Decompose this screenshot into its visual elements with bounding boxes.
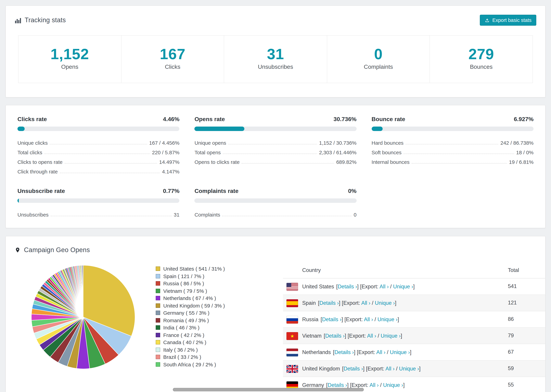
progress-track bbox=[195, 198, 357, 203]
details-link[interactable]: Details › bbox=[344, 365, 363, 371]
legend-swatch bbox=[156, 325, 160, 330]
rate-value: 6.927% bbox=[514, 116, 534, 123]
rate-value: 4.46% bbox=[163, 116, 179, 123]
legend-item-italy: Italy ( 36 / 2% ) bbox=[156, 346, 283, 353]
export-unique-link[interactable]: Unique › bbox=[383, 382, 403, 388]
rate-stat-value: 2,303 / 61.446% bbox=[319, 149, 357, 155]
geo-table-header-row: Country Total bbox=[283, 262, 545, 278]
legend-swatch bbox=[156, 340, 160, 345]
geo-total-value: 541 bbox=[508, 278, 545, 294]
export-all-link[interactable]: All › bbox=[386, 365, 395, 371]
export-prefix: Export: bbox=[343, 300, 361, 306]
legend-label: Netherlands ( 67 / 4% ) bbox=[163, 295, 216, 301]
legend-swatch bbox=[156, 281, 160, 286]
export-unique-link[interactable]: Unique › bbox=[381, 333, 401, 338]
rate-block-bounce-rate: Bounce rate6.927%Hard bounces242 / 86.73… bbox=[372, 116, 534, 175]
export-prefix: Export: bbox=[367, 365, 385, 371]
geo-title: Campaign Geo Opens bbox=[24, 245, 90, 255]
export-all-link[interactable]: All › bbox=[364, 316, 373, 322]
export-unique-link[interactable]: Unique › bbox=[377, 316, 397, 322]
rate-stat-label: Clicks to opens rate bbox=[17, 159, 63, 165]
legend-item-south-africa: South Africa ( 29 / 2% ) bbox=[156, 361, 283, 368]
geo-total-value: 55 bbox=[508, 377, 545, 392]
rate-value: 0.77% bbox=[163, 188, 179, 195]
export-unique-link[interactable]: Unique › bbox=[390, 349, 410, 355]
progress-track bbox=[17, 126, 179, 131]
tracking-stats-header: Tracking stats Export basic stats bbox=[6, 6, 545, 26]
export-unique-link[interactable]: Unique › bbox=[393, 283, 413, 289]
vn-flag-icon: ★ bbox=[286, 332, 298, 340]
export-unique-link[interactable]: Unique › bbox=[375, 300, 395, 306]
rate-stat-row: Hard bounces242 / 86.738% bbox=[372, 136, 534, 146]
export-upload-icon bbox=[484, 18, 490, 23]
legend-label: Brazil ( 33 / 2% ) bbox=[163, 354, 201, 360]
geo-pie-chart[interactable] bbox=[30, 264, 137, 371]
rate-stat-row: Clicks to opens rate14.497% bbox=[17, 155, 179, 165]
stat-value: 31 bbox=[224, 47, 327, 62]
rate-stat-row: Soft bounces18 / 0% bbox=[372, 146, 534, 155]
legend-swatch bbox=[156, 311, 160, 315]
details-link[interactable]: Details › bbox=[319, 300, 339, 306]
rate-stat-label: Total clicks bbox=[17, 149, 42, 155]
geo-row-russia: Russia [Details ›] [Export: All › / Uniq… bbox=[283, 311, 545, 327]
legend-swatch bbox=[156, 303, 160, 308]
rate-block-complaints-rate: Complaints rate0%Complaints0 bbox=[195, 188, 357, 217]
details-link[interactable]: Details › bbox=[325, 333, 345, 338]
stat-label: Complaints bbox=[327, 64, 430, 70]
progress-fill bbox=[195, 126, 244, 131]
legend-item-canada: Canada ( 40 / 2% ) bbox=[156, 339, 283, 346]
dotted-leader bbox=[44, 154, 150, 154]
dotted-leader bbox=[50, 144, 147, 144]
geo-total-value: 121 bbox=[508, 294, 545, 311]
rate-stat-label: Unique opens bbox=[195, 140, 226, 146]
campaign-geo-opens-card: Campaign Geo Opens United States ( 541 /… bbox=[6, 236, 545, 392]
rate-stat-row: Total clicks220 / 5.87% bbox=[17, 146, 179, 155]
export-unique-link[interactable]: Unique › bbox=[399, 365, 419, 371]
rate-block-opens-rate: Opens rate30.736%Unique opens1,152 / 30.… bbox=[195, 116, 357, 175]
export-all-link[interactable]: All › bbox=[367, 333, 376, 338]
rate-stat-label: Click through rate bbox=[17, 169, 58, 175]
legend-swatch bbox=[156, 296, 160, 301]
geo-pie-svg[interactable] bbox=[30, 264, 137, 371]
geo-total-value: 79 bbox=[508, 327, 545, 344]
legend-label: France ( 42 / 2% ) bbox=[163, 332, 204, 338]
legend-label: Canada ( 40 / 2% ) bbox=[163, 339, 206, 345]
export-prefix: Export: bbox=[352, 382, 369, 388]
export-all-link[interactable]: All › bbox=[369, 382, 379, 388]
details-link[interactable]: Details › bbox=[328, 382, 347, 388]
export-basic-stats-button[interactable]: Export basic stats bbox=[480, 15, 536, 26]
details-link[interactable]: Details › bbox=[322, 316, 342, 322]
legend-item-india: India ( 46 / 3% ) bbox=[156, 324, 283, 331]
rate-stat-label: Total opens bbox=[195, 149, 221, 155]
rate-block-clicks-rate: Clicks rate4.46%Unique clicks167 / 4.456… bbox=[17, 116, 179, 175]
legend-item-spain: Spain ( 121 / 7% ) bbox=[156, 273, 283, 280]
rate-stat-label: Hard bounces bbox=[372, 140, 403, 146]
export-all-link[interactable]: All › bbox=[380, 283, 389, 289]
geo-total-value: 86 bbox=[508, 311, 545, 327]
country-name: Netherlands bbox=[302, 349, 331, 355]
legend-item-france: France ( 42 / 2% ) bbox=[156, 331, 283, 339]
legend-swatch bbox=[156, 318, 160, 322]
country-name: Vietnam bbox=[302, 333, 322, 338]
legend-label: Romania ( 49 / 3% ) bbox=[163, 317, 209, 323]
export-all-link[interactable]: All › bbox=[376, 349, 385, 355]
stat-box-opens: 1,152Opens bbox=[19, 35, 121, 83]
details-link[interactable]: Details › bbox=[334, 349, 354, 355]
progress-fill bbox=[372, 126, 383, 131]
export-all-link[interactable]: All › bbox=[361, 300, 370, 306]
campaign-overview-page: Tracking stats Export basic stats 1,152O… bbox=[0, 0, 551, 392]
stat-value: 0 bbox=[327, 47, 430, 62]
bar-chart-icon bbox=[15, 17, 21, 23]
geo-total-value: 59 bbox=[508, 360, 545, 377]
rate-stat-row: Click through rate4.147% bbox=[17, 165, 179, 175]
legend-swatch bbox=[156, 348, 160, 352]
rate-title: Bounce rate bbox=[372, 116, 405, 123]
horizontal-scrollbar-thumb[interactable] bbox=[173, 388, 364, 391]
progress-fill bbox=[17, 198, 19, 203]
details-link[interactable]: Details › bbox=[338, 283, 357, 289]
geo-row-netherlands: Netherlands [Details ›] [Export: All › /… bbox=[283, 344, 545, 360]
legend-item-netherlands: Netherlands ( 67 / 4% ) bbox=[156, 294, 283, 302]
legend-label: Vietnam ( 79 / 5% ) bbox=[163, 288, 207, 294]
country-name: United Kingdom bbox=[302, 365, 340, 371]
star-icon: ★ bbox=[286, 332, 298, 340]
